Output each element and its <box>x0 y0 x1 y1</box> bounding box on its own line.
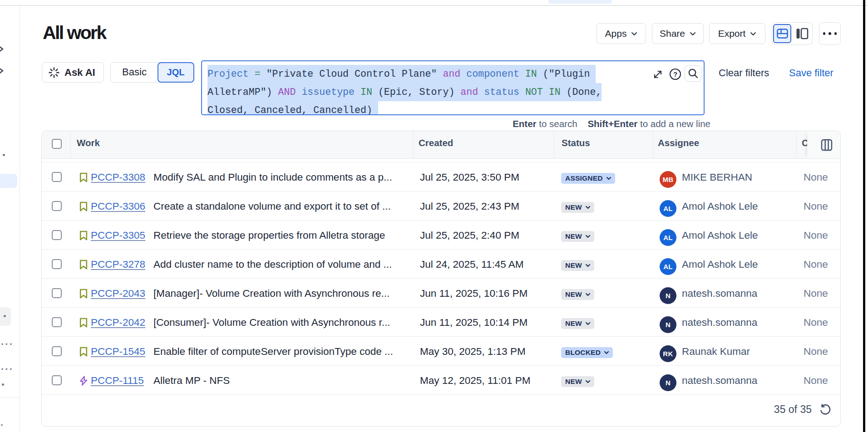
svg-text:?: ? <box>673 70 677 78</box>
